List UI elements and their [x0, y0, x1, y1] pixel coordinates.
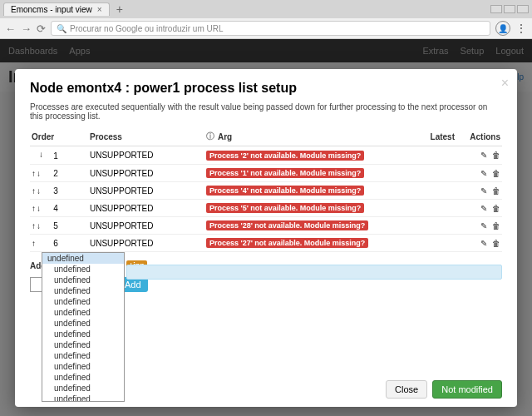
process-name: UNSUPPORTED [88, 146, 204, 165]
error-badge: Process '27' not available. Module missi… [206, 238, 368, 248]
modal-title: Node emontx4 : power1 process list setup [30, 81, 502, 96]
table-row: ↑↓5UNSUPPORTEDProcess '28' not available… [30, 217, 502, 235]
delete-icon[interactable]: 🗑 [492, 239, 500, 248]
back-icon[interactable]: ← [5, 22, 16, 35]
move-down-icon[interactable]: ↓ [37, 186, 41, 196]
col-actions: Actions [456, 127, 502, 146]
url-input[interactable]: 🔍 Procurar no Google ou introduzir um UR… [51, 21, 490, 36]
move-up-icon[interactable]: ↑ [32, 239, 36, 248]
table-row: ↑↓4UNSUPPORTEDProcess '5' not available.… [30, 200, 502, 217]
tab-title: Emoncms - input view [11, 5, 92, 14]
info-icon[interactable]: ⓘ [206, 131, 214, 142]
move-up-icon[interactable]: ↑ [32, 169, 36, 178]
process-table: Order Process ⓘ Arg Latest Actions ↓1UNS… [30, 127, 502, 252]
delete-icon[interactable]: 🗑 [492, 186, 500, 196]
dropdown-option[interactable]: undefined [42, 394, 124, 402]
edit-icon[interactable]: ✎ [480, 204, 487, 213]
edit-icon[interactable]: ✎ [480, 239, 487, 248]
dropdown-option[interactable]: undefined [42, 372, 124, 383]
move-down-icon[interactable]: ↓ [37, 221, 41, 230]
close-tab-icon[interactable]: × [97, 5, 102, 14]
dropdown-option[interactable]: undefined [42, 285, 124, 296]
browser-menu-icon[interactable]: ⋮ [515, 22, 527, 35]
order-num: 4 [50, 204, 62, 213]
dropdown-option[interactable]: undefined [42, 307, 124, 318]
dropdown-option[interactable]: undefined [42, 296, 124, 307]
tab-bar: Emoncms - input view × + [0, 0, 532, 18]
edit-icon[interactable]: ✎ [480, 169, 487, 178]
dropdown-option[interactable]: undefined [42, 329, 124, 339]
modal-footer: Close Not modified [386, 380, 502, 399]
move-down-icon[interactable]: ↓ [39, 150, 43, 159]
process-select-dropdown[interactable]: undefinedundefinedundefinedundefinedunde… [42, 252, 125, 402]
process-list-modal: × Node emontx4 : power1 process list set… [15, 69, 517, 407]
process-name: UNSUPPORTED [88, 217, 204, 235]
error-badge: Process '5' not available. Module missin… [206, 203, 364, 213]
col-latest: Latest [415, 127, 456, 146]
order-num: 6 [50, 239, 62, 248]
close-icon[interactable]: × [501, 76, 509, 91]
error-badge: Process '2' not available. Module missin… [206, 151, 364, 161]
table-row: ↑↓2UNSUPPORTEDProcess '1' not available.… [30, 165, 502, 182]
delete-icon[interactable]: 🗑 [492, 204, 500, 213]
order-num: 2 [50, 169, 62, 178]
move-down-icon[interactable]: ↓ [37, 204, 41, 213]
move-up-icon[interactable]: ↑ [32, 186, 36, 196]
dropdown-option[interactable]: undefined [42, 318, 124, 329]
modal-description: Processes are executed sequentially with… [30, 102, 502, 121]
delete-icon[interactable]: 🗑 [492, 221, 500, 230]
not-modified-button[interactable]: Not modified [432, 380, 502, 399]
error-badge: Process '4' not available. Module missin… [206, 186, 364, 196]
move-down-icon[interactable]: ↓ [37, 169, 41, 178]
close-button[interactable]: Close [386, 380, 427, 399]
process-name: UNSUPPORTED [88, 165, 204, 182]
order-num: 3 [50, 186, 62, 196]
dropdown-option[interactable]: undefined [42, 253, 124, 264]
search-icon: 🔍 [57, 24, 66, 33]
move-up-icon[interactable]: ↑ [32, 204, 36, 213]
reload-icon[interactable]: ⟳ [37, 22, 46, 35]
delete-icon[interactable]: 🗑 [492, 169, 500, 178]
move-up-icon[interactable]: ↑ [32, 221, 36, 230]
edit-icon[interactable]: ✎ [480, 151, 487, 160]
new-tab-button[interactable]: + [113, 2, 126, 16]
process-name: UNSUPPORTED [88, 182, 204, 200]
window-controls [490, 5, 529, 13]
app-window: Dashboards Apps Extras Setup Logout Inpu… [0, 39, 532, 416]
dropdown-option[interactable]: undefined [42, 275, 124, 285]
browser-tab-emoncms[interactable]: Emoncms - input view × [3, 2, 110, 16]
col-process: Process [88, 127, 204, 146]
dropdown-option[interactable]: undefined [42, 383, 124, 394]
col-order: Order [30, 127, 88, 146]
order-num: 5 [50, 221, 62, 230]
profile-icon[interactable]: 👤 [495, 21, 510, 36]
dropdown-option[interactable]: undefined [42, 361, 124, 372]
process-name: UNSUPPORTED [88, 235, 204, 252]
url-placeholder: Procurar no Google ou introduzir um URL [70, 24, 224, 33]
table-row: ↑6UNSUPPORTEDProcess '27' not available.… [30, 235, 502, 252]
dropdown-option[interactable]: undefined [42, 264, 124, 275]
table-row: ↑↓3UNSUPPORTEDProcess '4' not available.… [30, 182, 502, 200]
edit-icon[interactable]: ✎ [480, 186, 487, 196]
error-badge: Process '1' not available. Module missin… [206, 168, 364, 178]
browser-chrome: Emoncms - input view × + ← → ⟳ 🔍 Procura… [0, 0, 532, 39]
address-bar: ← → ⟳ 🔍 Procurar no Google ou introduzir… [0, 18, 532, 38]
table-row: ↓1UNSUPPORTEDProcess '2' not available. … [30, 146, 502, 165]
error-badge: Process '28' not available. Module missi… [206, 220, 368, 230]
dropdown-option[interactable]: undefined [42, 350, 124, 361]
forward-icon[interactable]: → [21, 22, 32, 35]
max-icon[interactable] [504, 5, 515, 13]
edit-icon[interactable]: ✎ [480, 221, 487, 230]
dropdown-option[interactable]: undefined [42, 339, 124, 350]
close-window-icon[interactable] [517, 5, 529, 13]
info-band [126, 265, 502, 280]
delete-icon[interactable]: 🗑 [492, 151, 500, 160]
process-name: UNSUPPORTED [88, 200, 204, 217]
col-arg: ⓘ Arg [204, 127, 415, 146]
order-num: 1 [50, 151, 62, 161]
min-icon[interactable] [490, 5, 502, 13]
